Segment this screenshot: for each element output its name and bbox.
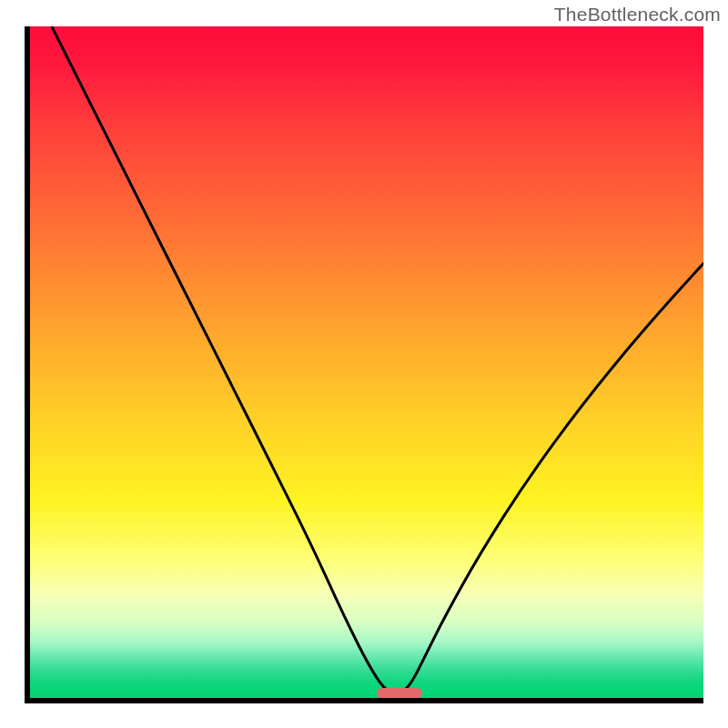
plot-area	[25, 26, 703, 703]
bottleneck-curve	[52, 26, 703, 693]
watermark-text: TheBottleneck.com	[554, 4, 721, 25]
chart-container: TheBottleneck.com	[0, 0, 728, 728]
curve-svg	[25, 26, 703, 703]
optimum-marker	[377, 688, 422, 699]
